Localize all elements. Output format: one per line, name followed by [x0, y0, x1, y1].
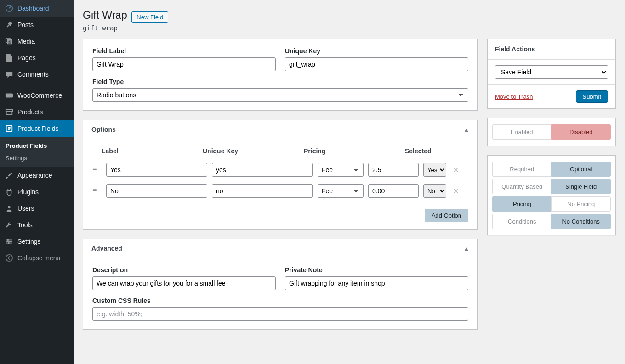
drag-handle-icon[interactable]: ≡ — [92, 166, 102, 174]
archive-icon — [5, 107, 14, 117]
menu-label: Appearance — [17, 172, 52, 179]
menu-posts[interactable]: Posts — [0, 17, 74, 33]
menu-label: Plugins — [17, 188, 39, 196]
menu-woocommerce[interactable]: WooCommerce — [0, 87, 74, 104]
description-label: Description — [92, 266, 276, 274]
svg-point-4 — [8, 206, 10, 208]
menu-plugins[interactable]: Plugins — [0, 184, 74, 200]
submenu: Product Fields Settings — [0, 137, 74, 167]
comment-icon — [5, 70, 14, 79]
toggle-single-field[interactable]: Single Field — [551, 179, 611, 194]
menu-appearance[interactable]: Appearance — [0, 167, 74, 184]
field-type-label: Field Type — [92, 78, 468, 85]
unique-key-label: Unique Key — [285, 47, 468, 55]
save-action-select[interactable]: Save Field — [495, 65, 608, 79]
menu-label: Media — [17, 38, 35, 45]
svg-point-11 — [6, 255, 12, 261]
toggle-quantity-based[interactable]: Quantity Based — [492, 179, 551, 194]
collapse-toggle-icon[interactable]: ▲ — [463, 126, 469, 133]
menu-product-fields[interactable]: Product Fields — [0, 120, 74, 137]
tool-icon — [5, 220, 14, 230]
plugin-icon — [5, 187, 14, 196]
option-row: ≡ Fee No ✕ — [83, 180, 477, 202]
submenu-product-fields[interactable]: Product Fields — [0, 140, 74, 152]
menu-dashboard[interactable]: Dashboard — [0, 0, 74, 17]
svg-rect-2 — [6, 94, 13, 98]
option-label-input[interactable] — [106, 184, 207, 198]
option-selected-select[interactable]: Yes — [423, 163, 446, 177]
toggle-required[interactable]: Required — [492, 162, 551, 177]
field-actions-title: Field Actions — [488, 39, 615, 60]
menu-tools[interactable]: Tools — [0, 217, 74, 233]
option-price-input[interactable] — [368, 184, 419, 198]
option-key-input[interactable] — [212, 163, 313, 177]
field-actions-box: Field Actions Save Field Move to Trash S… — [487, 39, 616, 109]
brush-icon — [5, 171, 14, 180]
menu-collapse[interactable]: Collapse menu — [0, 250, 74, 266]
toggle-no-pricing[interactable]: No Pricing — [551, 196, 611, 212]
menu-users[interactable]: Users — [0, 200, 74, 217]
menu-products[interactable]: Products — [0, 104, 74, 120]
gear-icon — [5, 237, 14, 246]
collapse-toggle-icon[interactable]: ▲ — [463, 245, 469, 252]
toggle-disabled[interactable]: Disabled — [551, 124, 611, 140]
option-selected-select[interactable]: No — [423, 184, 446, 198]
toggle-optional[interactable]: Optional — [551, 162, 611, 177]
main-content: Gift Wrap New Field gift_wrap Field Labe… — [74, 0, 625, 364]
menu-label: Tools — [17, 221, 33, 229]
enabled-toggle-box: Enabled Disabled — [487, 118, 616, 146]
description-input[interactable] — [92, 276, 276, 290]
options-title: Options — [91, 126, 116, 133]
admin-sidebar: Dashboard Posts Media Pages Comments Woo… — [0, 0, 74, 364]
menu-settings[interactable]: Settings — [0, 233, 74, 250]
unique-key-input[interactable] — [285, 57, 468, 71]
submit-button[interactable]: Submit — [576, 90, 608, 103]
submenu-settings[interactable]: Settings — [0, 152, 74, 164]
menu-media[interactable]: Media — [0, 33, 74, 50]
col-header-pricing: Pricing — [304, 147, 405, 155]
advanced-title: Advanced — [91, 245, 122, 252]
remove-option-icon[interactable]: ✕ — [451, 187, 460, 196]
toggle-no-conditions[interactable]: No Conditions — [551, 214, 611, 229]
move-to-trash-link[interactable]: Move to Trash — [495, 93, 533, 100]
drag-handle-icon[interactable]: ≡ — [92, 187, 102, 195]
menu-label: WooCommerce — [17, 92, 62, 99]
menu-pages[interactable]: Pages — [0, 50, 74, 66]
page-title: Gift Wrap — [83, 9, 127, 22]
add-option-button[interactable]: Add Option — [425, 209, 468, 222]
custom-css-input[interactable] — [92, 307, 468, 321]
col-header-label: Label — [102, 147, 203, 155]
private-note-label: Private Note — [285, 266, 468, 274]
option-price-input[interactable] — [368, 163, 419, 177]
field-label-label: Field Label — [92, 47, 276, 55]
menu-label: Dashboard — [17, 5, 49, 12]
pin-icon — [5, 20, 14, 29]
menu-label: Pages — [17, 54, 36, 62]
svg-point-1 — [8, 40, 10, 42]
menu-label: Settings — [17, 238, 41, 245]
option-pricing-select[interactable]: Fee — [318, 163, 364, 177]
field-slug: gift_wrap — [83, 24, 616, 32]
toggle-pricing[interactable]: Pricing — [492, 196, 551, 212]
toggle-enabled[interactable]: Enabled — [492, 124, 551, 140]
col-header-selected: Selected — [405, 147, 428, 155]
remove-option-icon[interactable]: ✕ — [451, 166, 460, 174]
svg-point-10 — [8, 242, 10, 244]
custom-css-label: Custom CSS Rules — [92, 297, 468, 304]
advanced-box: Advanced ▲ Description Private Note — [83, 239, 478, 330]
options-header-row: Label Unique Key Pricing Selected — [83, 147, 477, 159]
user-icon — [5, 204, 14, 213]
field-label-input[interactable] — [92, 57, 276, 71]
toggle-conditions[interactable]: Conditions — [492, 214, 551, 229]
new-field-button[interactable]: New Field — [131, 11, 168, 23]
option-row: ≡ Fee Yes ✕ — [83, 159, 477, 180]
field-basics-box: Field Label Unique Key Field Type — [83, 39, 478, 111]
option-pricing-select[interactable]: Fee — [318, 184, 364, 198]
media-icon — [5, 37, 14, 46]
field-type-select[interactable]: Radio buttons — [92, 88, 468, 102]
menu-comments[interactable]: Comments — [0, 66, 74, 83]
private-note-input[interactable] — [285, 276, 468, 290]
option-label-input[interactable] — [106, 163, 207, 177]
menu-label: Product Fields — [17, 125, 58, 132]
option-key-input[interactable] — [212, 184, 313, 198]
